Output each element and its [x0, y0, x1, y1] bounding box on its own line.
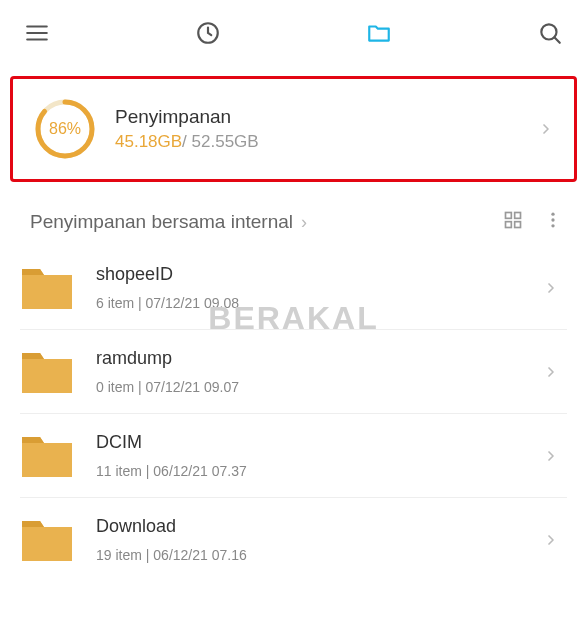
file-details: DCIM 11 item | 06/12/21 07.37	[96, 432, 543, 479]
storage-card[interactable]: 86% Penyimpanan 45.18GB/ 52.55GB	[10, 76, 577, 182]
storage-separator: /	[182, 132, 191, 151]
file-name: ramdump	[96, 348, 543, 369]
svg-rect-10	[506, 222, 512, 228]
hamburger-icon	[24, 20, 50, 46]
menu-button[interactable]	[24, 20, 50, 46]
file-name: Download	[96, 516, 543, 537]
file-meta: 11 item | 06/12/21 07.37	[96, 463, 543, 479]
svg-point-14	[551, 224, 554, 227]
file-details: shopeeID 6 item | 07/12/21 09.08	[96, 264, 543, 311]
breadcrumb[interactable]: Penyimpanan bersama internal ›	[30, 211, 483, 233]
storage-used: 45.18GB	[115, 132, 182, 151]
list-item[interactable]: DCIM 11 item | 06/12/21 07.37	[20, 414, 567, 498]
chevron-right-icon	[543, 448, 559, 464]
search-icon	[537, 20, 563, 46]
view-grid-button[interactable]	[503, 210, 523, 234]
breadcrumb-row: Penyimpanan bersama internal ›	[0, 182, 587, 246]
list-item[interactable]: ramdump 0 item | 07/12/21 09.07	[20, 330, 567, 414]
clock-icon	[195, 20, 221, 46]
svg-rect-9	[515, 213, 521, 219]
folder-icon	[20, 349, 74, 395]
chevron-right-icon	[538, 121, 554, 137]
list-item[interactable]: Download 19 item | 06/12/21 07.16	[20, 498, 567, 581]
storage-usage: 45.18GB/ 52.55GB	[115, 132, 538, 152]
folder-icon	[20, 517, 74, 563]
file-details: Download 19 item | 06/12/21 07.16	[96, 516, 543, 563]
folders-button[interactable]	[366, 20, 392, 46]
folder-icon	[20, 265, 74, 311]
file-name: shopeeID	[96, 264, 543, 285]
svg-point-12	[551, 213, 554, 216]
file-meta: 19 item | 06/12/21 07.16	[96, 547, 543, 563]
chevron-right-icon	[543, 280, 559, 296]
list-item[interactable]: shopeeID 6 item | 07/12/21 09.08	[20, 246, 567, 330]
recent-button[interactable]	[195, 20, 221, 46]
storage-title: Penyimpanan	[115, 106, 538, 128]
top-toolbar	[0, 0, 587, 66]
folder-icon	[20, 433, 74, 479]
chevron-right-icon: ›	[301, 212, 307, 233]
grid-icon	[503, 210, 523, 230]
svg-point-13	[551, 218, 554, 221]
chevron-right-icon	[543, 364, 559, 380]
storage-percent: 86%	[49, 120, 81, 138]
storage-total: 52.55GB	[192, 132, 259, 151]
svg-rect-8	[506, 213, 512, 219]
breadcrumb-label: Penyimpanan bersama internal	[30, 211, 293, 233]
file-details: ramdump 0 item | 07/12/21 09.07	[96, 348, 543, 395]
svg-line-5	[554, 37, 559, 42]
folder-icon	[366, 20, 392, 46]
storage-progress-ring: 86%	[33, 97, 97, 161]
chevron-right-icon	[543, 532, 559, 548]
search-button[interactable]	[537, 20, 563, 46]
file-list: shopeeID 6 item | 07/12/21 09.08 ramdump…	[0, 246, 587, 581]
more-vertical-icon	[543, 210, 563, 230]
more-menu-button[interactable]	[543, 210, 563, 234]
svg-rect-11	[515, 222, 521, 228]
file-name: DCIM	[96, 432, 543, 453]
file-meta: 0 item | 07/12/21 09.07	[96, 379, 543, 395]
storage-info: Penyimpanan 45.18GB/ 52.55GB	[115, 106, 538, 152]
file-meta: 6 item | 07/12/21 09.08	[96, 295, 543, 311]
